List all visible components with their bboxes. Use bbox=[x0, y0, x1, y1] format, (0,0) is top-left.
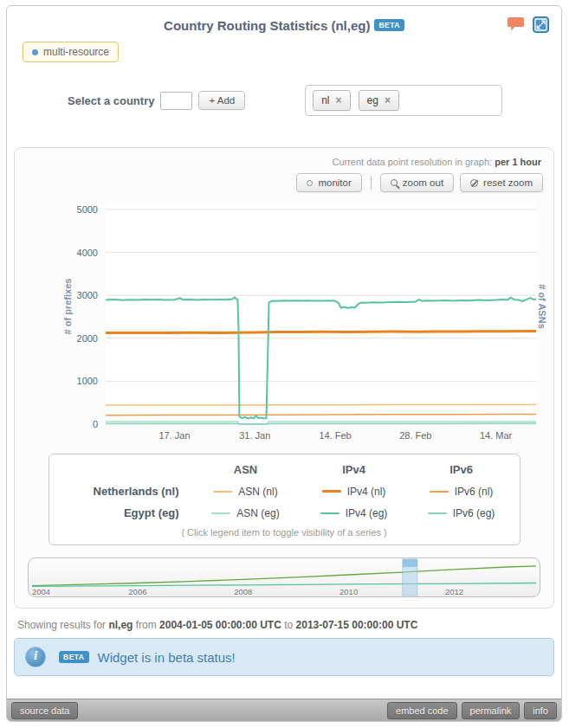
svg-text:5000: 5000 bbox=[77, 204, 98, 215]
reset-zoom-button[interactable]: reset zoom bbox=[460, 173, 543, 192]
legend-item-label: ASN (eg) bbox=[236, 507, 279, 519]
country-input[interactable] bbox=[160, 92, 192, 110]
add-country-button[interactable]: + Add bbox=[198, 91, 245, 110]
svg-text:14. Mar: 14. Mar bbox=[480, 430, 513, 441]
status-resource: nl,eg bbox=[108, 619, 133, 631]
svg-text:2012: 2012 bbox=[445, 587, 463, 596]
legend-item-label: IPv6 (nl) bbox=[455, 486, 494, 498]
legend-item-ipv6-eg[interactable]: IPv6 (eg) bbox=[410, 507, 514, 519]
line-sample-icon bbox=[428, 512, 447, 514]
legend-box: ASN IPv4 IPv6 Netherlands (nl) ASN (nl) … bbox=[48, 454, 521, 545]
status-end-time: 2013-07-15 00:00:00 UTC bbox=[296, 619, 418, 631]
monitor-icon bbox=[307, 180, 313, 186]
status-to-word: to bbox=[284, 619, 293, 631]
svg-text:0: 0 bbox=[93, 419, 98, 429]
svg-text:31. Jan: 31. Jan bbox=[239, 430, 270, 441]
country-routing-widget: Country Routing Statistics (nl,eg)BETA m… bbox=[6, 5, 562, 722]
legend-item-asn-nl[interactable]: ASN (nl) bbox=[193, 486, 299, 498]
svg-text:1000: 1000 bbox=[77, 376, 98, 386]
line-sample-icon bbox=[320, 512, 339, 514]
legend-col-ipv4: IPv4 bbox=[299, 463, 410, 476]
info-button[interactable]: info bbox=[524, 702, 557, 719]
resource-dot-icon bbox=[32, 49, 38, 55]
beta-notice-text: Widget is in beta status! bbox=[98, 650, 236, 665]
beta-notice: BETA Widget is in beta status! bbox=[14, 638, 554, 676]
button-divider bbox=[371, 176, 372, 190]
y-axis-label-prefixes: # of prefixes bbox=[62, 254, 73, 358]
country-tag-label: nl bbox=[321, 94, 329, 106]
country-tag-eg[interactable]: eg × bbox=[359, 90, 399, 111]
svg-text:28. Feb: 28. Feb bbox=[399, 430, 431, 441]
legend-item-label: IPv4 (eg) bbox=[346, 507, 388, 519]
chart-area: 01000200030004000500017. Jan31. Jan14. F… bbox=[23, 194, 546, 447]
feedback-bubble-icon[interactable] bbox=[507, 16, 525, 33]
monitor-label: monitor bbox=[318, 177, 351, 188]
line-sample-icon bbox=[211, 512, 230, 514]
legend-item-asn-eg[interactable]: ASN (eg) bbox=[193, 507, 299, 519]
zoom-out-button[interactable]: zoom out bbox=[380, 173, 454, 192]
country-selector-row: Select a country + Add nl × eg × bbox=[68, 85, 561, 116]
legend-item-ipv4-eg[interactable]: IPv4 (eg) bbox=[299, 507, 410, 519]
legend-col-ipv6: IPv6 bbox=[410, 463, 514, 476]
resolution-value: per 1 hour bbox=[495, 157, 541, 167]
line-sample-icon bbox=[430, 491, 449, 493]
legend-col-asn: ASN bbox=[193, 463, 299, 476]
svg-text:17. Jan: 17. Jan bbox=[158, 430, 190, 441]
select-country-label: Select a country bbox=[68, 94, 154, 107]
selected-countries-box: nl × eg × bbox=[305, 85, 502, 116]
legend-item-label: IPv6 (eg) bbox=[453, 507, 495, 519]
resolution-label: Current data point resolution in graph: bbox=[332, 157, 492, 167]
legend-item-label: ASN (nl) bbox=[238, 486, 277, 498]
line-sample-icon bbox=[322, 490, 341, 493]
zoom-out-label: zoom out bbox=[403, 177, 443, 188]
svg-text:14. Feb: 14. Feb bbox=[319, 430, 351, 441]
legend-item-ipv6-nl[interactable]: IPv6 (nl) bbox=[410, 486, 514, 498]
legend-hint: ( Click legend item to toggle visibility… bbox=[56, 527, 513, 538]
status-prefix: Showing results for bbox=[17, 619, 106, 631]
permalink-button[interactable]: permalink bbox=[462, 702, 521, 719]
embed-code-button[interactable]: embed code bbox=[387, 702, 457, 719]
status-start-time: 2004-01-05 00:00:00 UTC bbox=[159, 619, 281, 631]
legend-row-label-nl: Netherlands (nl) bbox=[56, 485, 193, 498]
status-from-word: from bbox=[136, 619, 157, 631]
remove-country-icon[interactable]: × bbox=[336, 95, 342, 106]
svg-text:4000: 4000 bbox=[77, 248, 98, 258]
legend-row-label-eg: Egypt (eg) bbox=[56, 506, 193, 519]
reset-zoom-icon bbox=[470, 179, 478, 187]
svg-text:2000: 2000 bbox=[77, 333, 98, 344]
widget-header: Country Routing Statistics (nl,eg)BETA bbox=[7, 6, 561, 33]
status-line: Showing results for nl,eg from 2004-01-0… bbox=[17, 619, 551, 631]
legend-item-label: IPv4 (nl) bbox=[347, 486, 386, 498]
svg-text:2004: 2004 bbox=[32, 587, 50, 596]
remove-country-icon[interactable]: × bbox=[385, 95, 391, 106]
footer-bar: source data embed code permalink info bbox=[7, 699, 561, 721]
svg-text:2006: 2006 bbox=[128, 587, 146, 596]
line-sample-icon bbox=[213, 491, 232, 493]
page-title: Country Routing Statistics (nl,eg) bbox=[164, 18, 370, 33]
svg-text:3000: 3000 bbox=[77, 290, 98, 300]
country-tag-nl[interactable]: nl × bbox=[313, 90, 350, 111]
timeline-chart[interactable]: 20042006200820102012 bbox=[29, 558, 540, 596]
multi-resource-label: multi-resource bbox=[43, 46, 109, 58]
info-icon bbox=[25, 647, 46, 667]
routing-chart[interactable]: 01000200030004000500017. Jan31. Jan14. F… bbox=[23, 194, 546, 443]
country-tag-label: eg bbox=[367, 94, 378, 106]
monitor-button[interactable]: monitor bbox=[296, 173, 361, 192]
y-axis-label-asns: # of ASNs bbox=[537, 254, 547, 358]
source-data-button[interactable]: source data bbox=[11, 702, 78, 719]
beta-badge: BETA bbox=[374, 19, 404, 31]
reset-zoom-label: reset zoom bbox=[483, 177, 533, 188]
fullscreen-icon[interactable] bbox=[533, 16, 549, 33]
chart-panel: Current data point resolution in graph: … bbox=[14, 147, 554, 609]
multi-resource-tag[interactable]: multi-resource bbox=[23, 42, 119, 62]
svg-text:2008: 2008 bbox=[234, 587, 252, 596]
timeline-selector[interactable]: 20042006200820102012 bbox=[28, 557, 540, 597]
beta-badge-small: BETA bbox=[59, 651, 89, 663]
svg-text:2010: 2010 bbox=[339, 587, 358, 596]
legend-item-ipv4-nl[interactable]: IPv4 (nl) bbox=[299, 486, 410, 498]
magnifier-icon bbox=[391, 179, 398, 186]
